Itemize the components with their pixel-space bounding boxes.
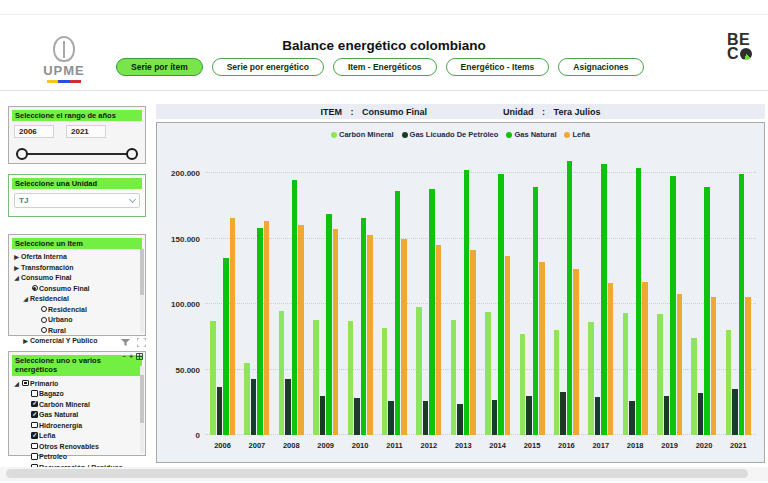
tree-item-oferta-interna[interactable]: ▶Oferta Interna [12, 251, 142, 262]
bar-gas-licuado-de-petroleo-2021[interactable] [732, 389, 738, 435]
checkbox-checked-icon[interactable] [31, 432, 38, 439]
tree-collapsed-icon[interactable]: ▶ [14, 253, 19, 260]
bar-gas-natural-2016[interactable] [567, 161, 573, 435]
bar-gas-natural-2018[interactable] [636, 168, 642, 435]
bar-carbon-mineral-2017[interactable] [588, 322, 594, 435]
collapse-all-icon[interactable]: − [122, 353, 126, 360]
bar-gas-natural-2014[interactable] [498, 174, 504, 435]
checkbox-checked-icon[interactable] [31, 411, 38, 418]
bar-lena-2019[interactable] [677, 294, 683, 435]
checkbox-partial-icon[interactable] [22, 380, 29, 387]
bar-lena-2018[interactable] [642, 282, 648, 435]
bar-lena-2015[interactable] [539, 262, 545, 435]
bar-gas-natural-2006[interactable] [223, 258, 229, 435]
radio-icon[interactable] [41, 317, 47, 323]
bar-gas-licuado-de-petroleo-2014[interactable] [492, 400, 498, 435]
bar-gas-natural-2012[interactable] [429, 189, 435, 435]
bar-gas-licuado-de-petroleo-2009[interactable] [320, 396, 326, 435]
bar-lena-2014[interactable] [505, 256, 511, 435]
focus-mode-icon[interactable] [137, 338, 146, 347]
bar-lena-2011[interactable] [401, 239, 407, 436]
tree-item-primario[interactable]: ◢Primario [12, 378, 142, 389]
checkbox-unchecked-icon[interactable] [31, 390, 38, 397]
checkbox-unchecked-icon[interactable] [31, 453, 38, 460]
tree-item-otros-renovables[interactable]: Otros Renovables [12, 441, 142, 452]
bar-carbon-mineral-2007[interactable] [244, 363, 250, 435]
bar-lena-2010[interactable] [367, 235, 373, 435]
tree-expanded-icon[interactable]: ◢ [23, 295, 28, 302]
tab-serie-por-item[interactable]: Serie por ítem [116, 58, 203, 76]
tree-item-lena[interactable]: Leña [12, 430, 142, 441]
bar-gas-licuado-de-petroleo-2010[interactable] [354, 398, 360, 435]
bar-lena-2009[interactable] [333, 229, 339, 435]
bar-gas-licuado-de-petroleo-2016[interactable] [560, 392, 566, 435]
tab-energetico-items[interactable]: Energético - Items [446, 58, 550, 76]
tree-item-urbano[interactable]: Urbano [12, 314, 142, 325]
legend-item-gas-natural[interactable]: Gas Natural [506, 130, 556, 139]
bar-gas-licuado-de-petroleo-2011[interactable] [388, 401, 394, 435]
filter-icon[interactable] [121, 339, 130, 347]
tree-expanded-icon[interactable]: ◢ [14, 274, 19, 281]
bar-carbon-mineral-2011[interactable] [382, 328, 388, 435]
tree-item-hidroenergia[interactable]: Hidroenergía [12, 420, 142, 431]
bar-gas-natural-2015[interactable] [533, 187, 539, 435]
tree-item-gas-natural[interactable]: Gas Natural [12, 409, 142, 420]
tab-serie-por-energetico[interactable]: Serie por energético [212, 58, 324, 76]
year-to-input[interactable]: 2021 [66, 125, 106, 138]
legend-item-lena[interactable]: Leña [564, 130, 590, 139]
slider-handle-left[interactable] [16, 148, 28, 160]
bar-gas-natural-2013[interactable] [464, 170, 470, 435]
bar-carbon-mineral-2019[interactable] [657, 314, 663, 435]
bar-lena-2006[interactable] [230, 218, 236, 435]
bar-gas-natural-2009[interactable] [326, 214, 332, 435]
bar-carbon-mineral-2008[interactable] [279, 311, 285, 435]
bar-carbon-mineral-2013[interactable] [451, 320, 457, 435]
bar-carbon-mineral-2018[interactable] [623, 313, 629, 435]
radio-icon[interactable] [41, 327, 47, 333]
bar-gas-natural-2017[interactable] [601, 164, 607, 435]
bar-carbon-mineral-2021[interactable] [726, 330, 732, 435]
bar-gas-natural-2021[interactable] [739, 174, 745, 435]
tree-item-consumo-final[interactable]: ◢Consumo Final [12, 272, 142, 283]
bar-gas-licuado-de-petroleo-2012[interactable] [423, 401, 429, 435]
bar-carbon-mineral-2014[interactable] [485, 312, 491, 435]
bar-lena-2013[interactable] [470, 250, 476, 435]
checkbox-checked-icon[interactable] [31, 401, 38, 408]
bar-gas-licuado-de-petroleo-2019[interactable] [664, 396, 670, 435]
bar-gas-natural-2007[interactable] [257, 228, 263, 435]
bar-lena-2008[interactable] [298, 225, 304, 435]
bar-gas-natural-2008[interactable] [292, 180, 298, 435]
unit-select[interactable]: TJ [14, 193, 140, 208]
tree-item-transformacion[interactable]: ▶Transformación [12, 262, 142, 273]
tree-item-petroleo[interactable]: Petroleo [12, 451, 142, 462]
tree-item-rural[interactable]: Rural [12, 325, 142, 336]
bar-lena-2016[interactable] [573, 269, 579, 435]
bar-carbon-mineral-2006[interactable] [210, 321, 216, 435]
bar-carbon-mineral-2009[interactable] [313, 320, 319, 435]
radio-selected-icon[interactable] [32, 285, 38, 291]
bar-gas-licuado-de-petroleo-2017[interactable] [595, 397, 601, 435]
bar-gas-licuado-de-petroleo-2015[interactable] [526, 396, 532, 435]
bar-carbon-mineral-2012[interactable] [416, 307, 422, 435]
legend-item-carbon-mineral[interactable]: Carbón Mineral [331, 130, 394, 139]
bar-gas-licuado-de-petroleo-2008[interactable] [285, 379, 291, 435]
bar-gas-licuado-de-petroleo-2007[interactable] [251, 379, 257, 435]
tree-item-residencial[interactable]: Residencial [12, 304, 142, 315]
grid-view-icon[interactable] [136, 353, 143, 360]
bar-gas-natural-2010[interactable] [361, 218, 367, 435]
checkbox-unchecked-icon[interactable] [31, 422, 38, 429]
energetics-panel-scrollbar[interactable] [140, 366, 144, 453]
tree-item-consumo-final[interactable]: Consumo Final [12, 283, 142, 294]
bar-lena-2021[interactable] [745, 297, 751, 435]
bar-lena-2020[interactable] [711, 297, 717, 435]
bar-gas-licuado-de-petroleo-2006[interactable] [217, 387, 223, 435]
bar-lena-2007[interactable] [264, 221, 270, 435]
year-from-input[interactable]: 2006 [14, 125, 54, 138]
tab-item-energeticos[interactable]: Item - Energéticos [333, 58, 437, 76]
tree-item-carbon-mineral[interactable]: Carbón Mineral [12, 399, 142, 410]
tree-item-bagazo[interactable]: Bagazo [12, 388, 142, 399]
bar-carbon-mineral-2020[interactable] [691, 338, 697, 435]
bar-gas-licuado-de-petroleo-2013[interactable] [457, 404, 463, 435]
item-panel-scrollbar[interactable] [140, 249, 144, 333]
bar-lena-2017[interactable] [608, 283, 614, 435]
